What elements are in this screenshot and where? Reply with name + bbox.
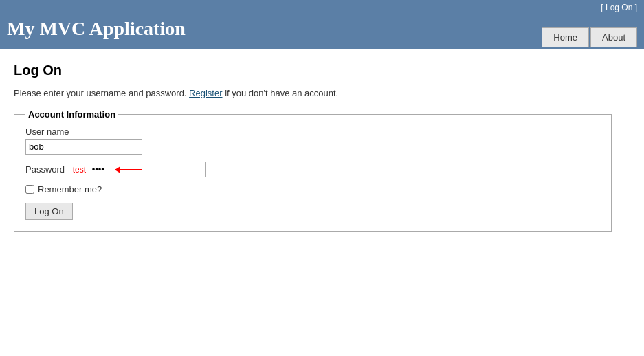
logon-link[interactable]: Log On [606, 3, 632, 12]
username-input[interactable] [25, 139, 142, 155]
account-fieldset: Account Information User name Password t… [14, 109, 612, 232]
fieldset-legend: Account Information [25, 109, 118, 120]
nav-home[interactable]: Home [542, 27, 589, 47]
nav-about[interactable]: About [590, 27, 637, 47]
logon-button[interactable]: Log On [25, 203, 73, 220]
logon-bracket-open: [ [601, 3, 606, 12]
app-title: My MVC Application [7, 14, 186, 47]
password-label: Password [25, 164, 65, 175]
remember-group: Remember me? [25, 184, 600, 194]
arrow-annotation [115, 166, 142, 173]
annotation-text: test [73, 165, 86, 175]
logon-bracket-close: ] [632, 3, 637, 12]
arrow-line [115, 169, 142, 170]
username-label: User name [25, 126, 600, 137]
password-input[interactable] [89, 162, 206, 177]
page-heading: Log On [14, 63, 630, 78]
password-group: Password test [25, 162, 600, 177]
username-group: User name [25, 126, 600, 155]
intro-paragraph: Please enter your username and password.… [14, 88, 630, 98]
remember-label: Remember me? [38, 184, 102, 194]
remember-checkbox[interactable] [25, 185, 34, 194]
intro-after-link: if you don't have an account. [223, 88, 339, 98]
intro-before-link: Please enter your username and password. [14, 88, 189, 98]
register-link[interactable]: Register [189, 88, 222, 98]
